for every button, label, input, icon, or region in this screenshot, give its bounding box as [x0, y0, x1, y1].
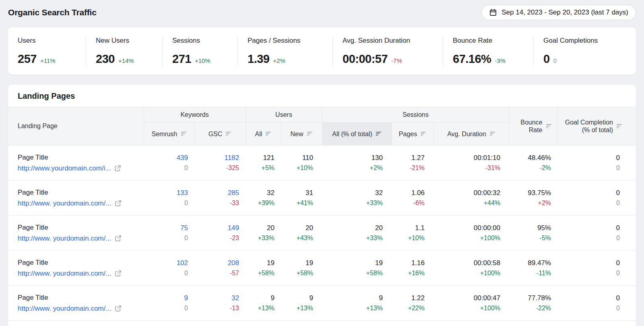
table-cell: 19 +58% [322, 251, 392, 286]
metric-value: 257 [18, 52, 37, 66]
table-cell: 285 -33 [194, 181, 246, 216]
cell-value: 9 [246, 295, 275, 301]
cell-change: +100% [433, 270, 500, 276]
column-header-users-new[interactable]: New [281, 123, 322, 145]
external-link-icon[interactable] [114, 165, 121, 172]
cell-change: +33% [246, 235, 275, 241]
column-header-gsc[interactable]: GSC [194, 123, 246, 145]
table-cell: 133 0 [144, 181, 194, 216]
table-cell: 95% -5% [509, 216, 557, 251]
table-cell: 00:00:58 +100% [433, 251, 509, 286]
table-cell: 00:00:47 +100% [433, 286, 509, 321]
external-link-icon[interactable] [115, 270, 122, 277]
metric-change: -7% [391, 57, 402, 64]
table-row: Page Title http://www. yourdomain.com/..… [8, 286, 636, 321]
sort-icon [266, 131, 271, 136]
cell-change: +13% [281, 305, 313, 311]
page-url-link[interactable]: http://www. yourdomain.com/... [18, 270, 111, 278]
keyword-count-link[interactable]: 208 [194, 260, 239, 266]
keyword-count-link[interactable]: 439 [144, 154, 188, 161]
page-title: Page Title [18, 189, 144, 197]
page-url-link[interactable]: http://www. yourdomain.com/... [18, 305, 111, 313]
cell-value: 19 [246, 260, 275, 266]
keyword-count-link[interactable]: 75 [144, 224, 188, 231]
metric-change: -3% [495, 57, 506, 64]
table-cell: 110 +10% [281, 145, 322, 181]
cell-change: +44% [433, 200, 500, 206]
column-header-sessions-all[interactable]: All (% of total) [322, 123, 392, 145]
metric-value: 1.39 [248, 52, 269, 66]
summary-metric: Bounce Rate 67.16% -3% [443, 37, 533, 66]
cell-value: 31 [281, 189, 313, 196]
table-cell: 0 0 [557, 286, 636, 321]
cell-value: 93.75% [509, 189, 551, 196]
column-header-semrush[interactable]: Semrush [144, 123, 194, 145]
cell-value: 32 [246, 189, 275, 196]
cell-value: 0 [557, 224, 620, 231]
summary-card: Users 257 +11% New Users 230 +14% Sessio… [8, 27, 636, 75]
landing-page-cell: Page Title http://www. yourdomain.com/..… [8, 181, 144, 216]
page-title: Page Title [18, 224, 144, 232]
table-row: Page Title http://www.yourdomain.com/i..… [8, 145, 636, 181]
table-cell: 9 +13% [281, 286, 322, 321]
column-header-pages[interactable]: Pages [392, 123, 433, 145]
table-cell: 19 +58% [246, 251, 281, 286]
cell-change: -13 [194, 305, 239, 311]
cell-change: +39% [246, 200, 275, 206]
keyword-count-link[interactable]: 133 [144, 189, 188, 196]
cell-value: 00:00:58 [433, 260, 500, 266]
cell-value: 0 [557, 189, 620, 196]
table-cell: 19 +58% [281, 251, 322, 286]
page-url-link[interactable]: http://www. yourdomain.com/... [18, 235, 111, 243]
sort-icon [617, 124, 622, 129]
external-link-icon[interactable] [115, 235, 122, 242]
table-cell: 00:00:32 +44% [433, 181, 509, 216]
keyword-count-link[interactable]: 9 [144, 295, 188, 301]
cell-value: 20 [246, 224, 275, 231]
external-link-icon[interactable] [115, 305, 122, 312]
cell-change: 0 [557, 200, 620, 206]
column-header-landing-page: Landing Page [8, 107, 144, 145]
cell-value: 89.47% [509, 260, 551, 266]
table-cell: 9 0 [144, 286, 194, 321]
column-header-users-all[interactable]: All [246, 123, 281, 145]
metric-value: 67.16% [453, 52, 491, 66]
page-url-link[interactable]: http://www.yourdomain.com/i... [18, 164, 111, 172]
cell-change: 0 [144, 305, 188, 311]
page-url-link[interactable]: http://www. yourdomain.com/... [18, 199, 111, 208]
table-cell: 89.47% -11% [509, 251, 557, 286]
table-cell: 130 +2% [322, 145, 392, 181]
sessions-all-label: All (% of total) [332, 130, 372, 138]
metric-label: New Users [96, 37, 162, 45]
column-header-avg-duration[interactable]: Avg. Duration [433, 123, 509, 145]
cell-change: 0 [144, 165, 188, 171]
metric-change: 0 [553, 57, 557, 64]
column-header-bounce-rate[interactable]: Bounce Rate [509, 107, 557, 145]
keyword-count-link[interactable]: 102 [144, 260, 188, 266]
summary-metric: Pages / Sessions 1.39 +2% [237, 37, 332, 66]
keyword-count-link[interactable]: 32 [194, 295, 239, 301]
landing-pages-card: Landing Pages Landing Page Keywords User… [8, 85, 636, 326]
keyword-count-link[interactable]: 285 [194, 189, 239, 196]
summary-metric: Users 257 +11% [8, 37, 86, 66]
date-range-button[interactable]: Sep 14, 2023 - Sep 20, 2023 (last 7 days… [481, 5, 636, 20]
cell-value: 0 [557, 260, 620, 266]
table-row: Page Title http://www. yourdomain.com/..… [8, 251, 636, 286]
keyword-count-link[interactable]: 149 [194, 224, 239, 231]
metric-change: +14% [118, 57, 134, 64]
keyword-count-link[interactable]: 1182 [194, 154, 239, 161]
page-title: Page Title [18, 294, 144, 302]
landing-page-cell: Page Title http://www. yourdomain.com/..… [8, 251, 144, 286]
column-group-users: Users [246, 107, 322, 123]
pages-label: Pages [399, 130, 417, 138]
table-cell: 0 0 [557, 216, 636, 251]
external-link-icon[interactable] [115, 200, 122, 207]
cell-value: 19 [322, 260, 383, 266]
column-header-goal-completion[interactable]: Goal Completion (% of total) [557, 107, 636, 145]
metric-label: Goal Completions [543, 37, 636, 45]
cell-change: +58% [246, 270, 275, 276]
cell-value: 1.27 [392, 154, 425, 161]
column-group-keywords: Keywords [144, 107, 246, 123]
cell-value: 121 [246, 154, 275, 161]
cell-change: +58% [322, 270, 383, 276]
